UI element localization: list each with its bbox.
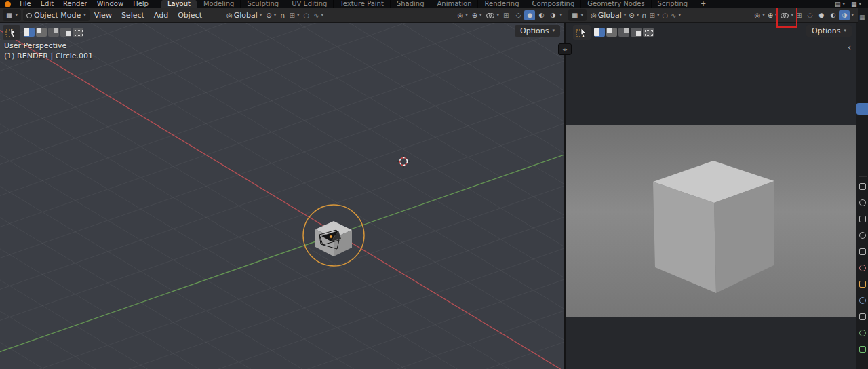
active-tool-button[interactable] bbox=[3, 25, 20, 40]
snap-target-dropdown[interactable]: ⊙ ▾ bbox=[627, 9, 640, 21]
tool-option-4-icon[interactable] bbox=[60, 28, 71, 37]
show-object-types-dropdown[interactable]: ◎ ▾ bbox=[455, 9, 469, 21]
orientation-label: Global bbox=[598, 11, 622, 20]
properties-editor-icon[interactable]: ▦ bbox=[859, 14, 865, 20]
menu-object[interactable]: Object bbox=[173, 11, 207, 20]
mode-label: Object Mode bbox=[34, 11, 81, 20]
options-label: Options bbox=[812, 26, 840, 35]
properties-tab-scene-icon[interactable] bbox=[859, 248, 866, 255]
properties-active-tab[interactable] bbox=[856, 103, 868, 115]
shading-material-button[interactable]: ◐ bbox=[536, 10, 547, 20]
tab-scripting[interactable]: Scripting bbox=[652, 0, 694, 8]
rendered-icon: ◑ bbox=[551, 12, 556, 18]
shading-wireframe-button[interactable]: ◌ bbox=[513, 10, 524, 20]
collapse-sidebar-arrow[interactable]: ‹ bbox=[848, 42, 851, 52]
menu-view[interactable]: View bbox=[90, 11, 117, 20]
tool-option-4-icon[interactable] bbox=[631, 28, 642, 37]
shading-material-button[interactable]: ◐ bbox=[827, 10, 838, 20]
transform-orientation-dropdown[interactable]: ◎ Global ▾ bbox=[224, 9, 264, 21]
tab-rendering[interactable]: Rendering bbox=[478, 0, 526, 8]
editor-type-button[interactable]: ▦ ▾ bbox=[3, 9, 21, 21]
transform-orientation-dropdown[interactable]: ◎ Global ▾ bbox=[589, 9, 627, 21]
snap-with-dropdown[interactable]: ⊞ ▾ bbox=[648, 9, 661, 21]
show-overlays-icon bbox=[486, 12, 495, 19]
properties-tab-world-icon[interactable] bbox=[859, 265, 866, 271]
menu-select[interactable]: Select bbox=[117, 11, 149, 20]
mode-dropdown[interactable]: Object Mode ▾ bbox=[23, 9, 90, 21]
shading-rendered-button[interactable]: ◑ bbox=[839, 10, 850, 20]
viewport-scene-left bbox=[0, 22, 564, 369]
overlays-dropdown[interactable]: ▾ bbox=[779, 9, 795, 21]
menu-help[interactable]: Help bbox=[128, 0, 153, 8]
menu-window[interactable]: Window bbox=[92, 0, 128, 8]
blender-logo-icon[interactable] bbox=[5, 1, 11, 7]
view-layer-dropdown[interactable]: ▦ ▾ bbox=[851, 1, 861, 7]
tool-option-3-icon[interactable] bbox=[48, 28, 59, 37]
properties-sidebar: ▦ bbox=[856, 8, 868, 369]
tab-compositing[interactable]: Compositing bbox=[526, 0, 582, 8]
tab-modeling[interactable]: Modeling bbox=[197, 0, 241, 8]
chevron-down-icon: ▾ bbox=[274, 13, 277, 18]
menu-render[interactable]: Render bbox=[58, 0, 92, 8]
falloff-curve-icon: ∿ bbox=[313, 12, 319, 19]
proportional-editing-toggle[interactable]: ○ bbox=[301, 9, 311, 21]
viewport-header-left: ▦ ▾ Object Mode ▾ View Select Add Object… bbox=[0, 8, 567, 23]
tool-option-5-icon[interactable] bbox=[73, 28, 83, 37]
snap-with-dropdown[interactable]: ⊞ ▾ bbox=[288, 9, 302, 21]
falloff-dropdown[interactable]: ∿ ▾ bbox=[311, 9, 326, 21]
tab-animation[interactable]: Animation bbox=[431, 0, 479, 8]
shading-solid-button[interactable]: ● bbox=[816, 10, 827, 20]
gizmos-dropdown[interactable]: ⊕ ▾ bbox=[766, 9, 779, 21]
gizmos-dropdown[interactable]: ⊕ ▾ bbox=[470, 9, 484, 21]
menu-file[interactable]: File bbox=[15, 0, 36, 8]
tab-layout[interactable]: Layout bbox=[161, 0, 197, 8]
tool-option-2-icon[interactable] bbox=[606, 28, 617, 37]
tab-geometry-nodes[interactable]: Geometry Nodes bbox=[581, 0, 651, 8]
viewport-3d-left[interactable]: Options ▾ User Perspective (1) RENDER | … bbox=[0, 22, 564, 369]
xray-toggle[interactable]: ⊞ bbox=[795, 9, 803, 21]
options-dropdown[interactable]: Options ▾ bbox=[806, 25, 852, 37]
view-layer-icon: ▦ bbox=[851, 1, 857, 7]
region-splitter[interactable]: ◂ ▸ bbox=[558, 43, 572, 55]
tool-option-1-icon[interactable] bbox=[24, 28, 35, 37]
properties-tab-object-icon[interactable] bbox=[859, 281, 866, 288]
properties-tab-object-data-icon[interactable] bbox=[859, 346, 866, 353]
orientation-label: Global bbox=[234, 11, 258, 20]
shading-solid-button[interactable]: ● bbox=[524, 10, 535, 20]
editor-type-button[interactable]: ▦ ▾ bbox=[568, 9, 587, 21]
shading-rendered-button[interactable]: ◑ bbox=[547, 10, 558, 20]
add-workspace-button[interactable]: + bbox=[694, 0, 712, 8]
tab-shading[interactable]: Shading bbox=[391, 0, 431, 8]
options-dropdown[interactable]: Options ▾ bbox=[515, 25, 560, 37]
snap-toggle[interactable]: ∩ bbox=[640, 9, 648, 21]
tab-texture-paint[interactable]: Texture Paint bbox=[334, 0, 391, 8]
menu-add[interactable]: Add bbox=[149, 11, 173, 20]
tool-option-2-icon[interactable] bbox=[36, 28, 47, 37]
show-object-types-dropdown[interactable]: ◎ ▾ bbox=[753, 9, 766, 21]
properties-tab-modifiers-icon[interactable] bbox=[859, 297, 866, 304]
properties-tab-tool-icon[interactable] bbox=[859, 183, 866, 190]
tab-uv-editing[interactable]: UV Editing bbox=[285, 0, 334, 8]
snap-toggle[interactable]: ∩ bbox=[278, 9, 287, 21]
xray-toggle[interactable]: ⊞ bbox=[501, 9, 511, 21]
tool-option-3-icon[interactable] bbox=[618, 28, 629, 37]
viewport-divider[interactable] bbox=[564, 8, 566, 369]
snap-target-dropdown[interactable]: ⊙ ▾ bbox=[264, 9, 278, 21]
shading-wireframe-button[interactable]: ◌ bbox=[804, 10, 815, 20]
tab-sculpting[interactable]: Sculpting bbox=[241, 0, 285, 8]
proportional-editing-toggle[interactable]: ○ bbox=[660, 9, 669, 21]
properties-tab-render-icon[interactable] bbox=[859, 199, 866, 206]
properties-tab-physics-icon[interactable] bbox=[859, 330, 866, 336]
tool-option-1-icon[interactable] bbox=[594, 28, 605, 37]
properties-tab-particles-icon[interactable] bbox=[859, 313, 866, 320]
overlays-dropdown[interactable]: ▾ bbox=[484, 9, 502, 21]
properties-tab-output-icon[interactable] bbox=[859, 216, 866, 222]
tool-option-5-icon[interactable] bbox=[643, 28, 654, 37]
active-tool-button[interactable] bbox=[573, 25, 591, 40]
scene-dropdown[interactable]: ▤ ▾ bbox=[835, 1, 845, 7]
falloff-dropdown[interactable]: ∿ ▾ bbox=[669, 9, 682, 21]
properties-tab-view-layer-icon[interactable] bbox=[859, 232, 866, 239]
menu-edit[interactable]: Edit bbox=[36, 0, 58, 8]
chevron-down-icon: ▾ bbox=[637, 13, 639, 18]
viewport-3d-right[interactable]: Options ▾ bbox=[566, 22, 856, 369]
